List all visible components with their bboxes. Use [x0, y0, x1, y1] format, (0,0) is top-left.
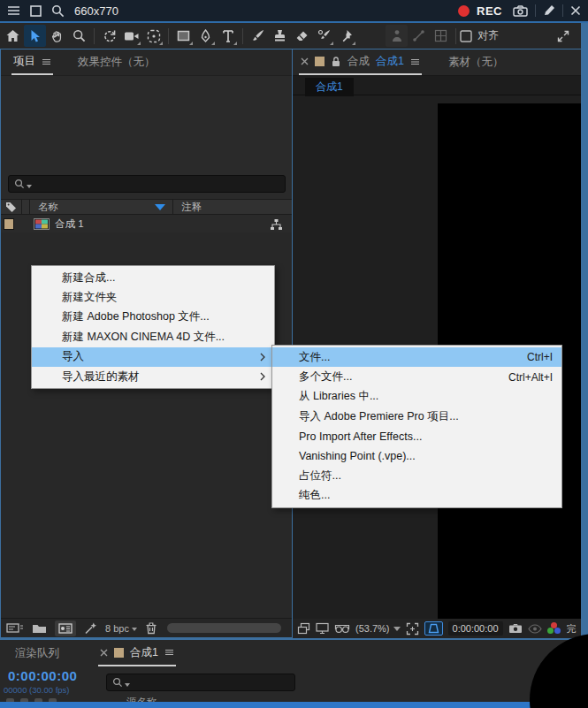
- menu-item-import-recent-footage[interactable]: 导入最近的素材: [32, 367, 274, 386]
- timeline-comp-tab-label: 合成1: [130, 645, 158, 660]
- label-color-swatch[interactable]: [4, 218, 14, 230]
- tab-render-queue[interactable]: 渲染队列: [13, 640, 61, 666]
- tab-project[interactable]: 项目: [11, 49, 53, 75]
- close-icon[interactable]: [570, 5, 581, 16]
- label-column-header[interactable]: [1, 200, 22, 214]
- project-settings-wand-icon[interactable]: [84, 621, 97, 635]
- preview-timecode[interactable]: 0:00:00:00: [448, 621, 503, 636]
- eraser-tool-button[interactable]: [291, 25, 313, 47]
- submenu-item-multiple-files[interactable]: 多个文件... Ctrl+Alt+I: [272, 367, 561, 386]
- rotation-tool-button[interactable]: [98, 25, 120, 47]
- pushpin-icon: [340, 29, 353, 42]
- menu-item-new-folder[interactable]: 新建文件夹: [32, 287, 274, 307]
- comment-column-header[interactable]: 注释: [173, 200, 292, 214]
- snap-align-toggle[interactable]: 对齐: [460, 28, 499, 43]
- tab-effect-controls[interactable]: 效果控件（无）: [76, 49, 157, 75]
- stamp-tool-button[interactable]: [269, 25, 291, 47]
- tab-timeline-comp[interactable]: 合成1: [98, 640, 176, 666]
- menu-item-new-cinema4d-file[interactable]: 新建 MAXON CINEMA 4D 文件...: [32, 327, 274, 346]
- hand-tool-button[interactable]: [46, 25, 68, 47]
- rotobrush-tool-button[interactable]: [313, 25, 335, 47]
- trash-icon[interactable]: [145, 621, 157, 635]
- close-tab-icon[interactable]: [301, 57, 309, 65]
- show-snapshot-eye-icon[interactable]: [528, 624, 542, 634]
- close-tab-icon[interactable]: [100, 649, 108, 657]
- selection-tool-button[interactable]: [24, 25, 46, 47]
- submenu-item-file[interactable]: 文件... Ctrl+I: [272, 347, 561, 367]
- resolution-dropdown[interactable]: 完: [567, 622, 577, 636]
- menu-item-label: 新建文件夹: [62, 290, 118, 305]
- tag-icon: [5, 202, 17, 213]
- snapshot-camera-icon[interactable]: [508, 623, 523, 634]
- 3d-glasses-icon[interactable]: [334, 623, 350, 634]
- pencil-icon[interactable]: [543, 4, 555, 17]
- submenu-item-placeholder[interactable]: 占位符...: [272, 466, 561, 485]
- window-icon[interactable]: [30, 5, 42, 17]
- submenu-item-solid[interactable]: 纯色...: [272, 486, 561, 506]
- new-composition-button[interactable]: [55, 620, 76, 636]
- monitor-icon[interactable]: [316, 622, 329, 635]
- timeline-panel-tabs: 渲染队列 合成1: [0, 640, 588, 666]
- new-folder-icon[interactable]: [32, 622, 47, 634]
- stamp-icon: [273, 29, 286, 42]
- titlebar-divider: [535, 4, 536, 17]
- mask-visibility-button[interactable]: [424, 621, 443, 636]
- color-depth-button[interactable]: 8 bpc: [105, 623, 137, 634]
- home-tool-button[interactable]: [2, 25, 24, 47]
- camera-tool-button[interactable]: [120, 25, 142, 47]
- viewer-tab-strip: 合成1: [293, 76, 581, 95]
- project-search-input[interactable]: [8, 175, 286, 193]
- toolbar-divider: [168, 28, 169, 44]
- panel-menu-icon[interactable]: [42, 58, 51, 65]
- snapshot-layers-icon[interactable]: [297, 622, 310, 635]
- timeline-timecode[interactable]: 0:00:00:00: [8, 668, 77, 683]
- toolbar-expand-button[interactable]: [552, 25, 574, 47]
- comp-tab-name-label: 合成1: [376, 54, 404, 69]
- chevron-down-icon: [393, 627, 401, 631]
- window-top-border: [0, 21, 588, 23]
- search-options-icon: [27, 185, 32, 188]
- menu-item-label: 新建合成...: [62, 270, 115, 285]
- submenu-item-import-premiere-project[interactable]: 导入 Adobe Premiere Pro 项目...: [272, 407, 561, 426]
- zoom-level-dropdown[interactable]: (53.7%): [355, 623, 401, 634]
- bpc-label: 8 bpc: [105, 623, 129, 634]
- shape-tool-button[interactable]: [172, 25, 195, 47]
- viewer-comp-chip[interactable]: 合成1: [305, 78, 354, 98]
- submenu-item-from-libraries[interactable]: 从 Libraries 中...: [272, 387, 561, 407]
- submenu-item-vanishing-point[interactable]: Vanishing Point (.vpe)...: [272, 446, 561, 466]
- tab-composition[interactable]: 合成 合成1: [299, 49, 422, 75]
- timeline-search-input[interactable]: [106, 674, 295, 691]
- submenu-item-pro-import-after-effects[interactable]: Pro Import After Effects...: [272, 427, 561, 446]
- project-columns-header: 名称 注释: [1, 199, 292, 215]
- tab-project-label: 项目: [13, 54, 35, 69]
- horizontal-scrollbar[interactable]: [167, 623, 281, 633]
- menu-item-import[interactable]: 导入: [32, 347, 274, 367]
- puppet-pin-tool-button[interactable]: [335, 25, 357, 47]
- flowchart-icon[interactable]: [270, 218, 283, 231]
- recorder-titlebar: 660x770 REC: [0, 0, 588, 21]
- channel-rgb-icon[interactable]: [547, 622, 561, 635]
- panel-menu-icon[interactable]: [164, 649, 174, 656]
- name-column-header[interactable]: 名称: [30, 200, 173, 214]
- pen-tool-button[interactable]: [195, 25, 217, 47]
- bones-icon: [412, 29, 425, 42]
- brush-tool-button[interactable]: [247, 25, 269, 47]
- orbit-tool-button[interactable]: [142, 25, 164, 47]
- panel-menu-icon[interactable]: [410, 58, 420, 65]
- menu-item-new-photoshop-file[interactable]: 新建 Adobe Photoshop 文件...: [32, 308, 274, 327]
- person-icon: [391, 29, 403, 42]
- menu-item-new-composition[interactable]: 新建合成...: [32, 268, 274, 287]
- hamburger-menu-icon[interactable]: [7, 5, 20, 16]
- screenshot-camera-icon[interactable]: [513, 5, 528, 17]
- lock-icon[interactable]: [331, 56, 341, 67]
- type-tool-button[interactable]: [217, 25, 239, 47]
- tab-footage[interactable]: 素材（无）: [447, 49, 506, 75]
- toolbar-divider: [94, 28, 95, 44]
- interpret-footage-icon[interactable]: [6, 622, 24, 634]
- region-of-interest-icon[interactable]: [406, 622, 419, 636]
- zoom-tool-button[interactable]: [68, 25, 90, 47]
- search-icon[interactable]: [51, 4, 65, 18]
- panel-color-swatch: [315, 57, 325, 66]
- project-item-row[interactable]: 合成 1: [1, 216, 292, 232]
- composition-panel: 合成 合成1 素材（无） 合成1: [293, 49, 581, 638]
